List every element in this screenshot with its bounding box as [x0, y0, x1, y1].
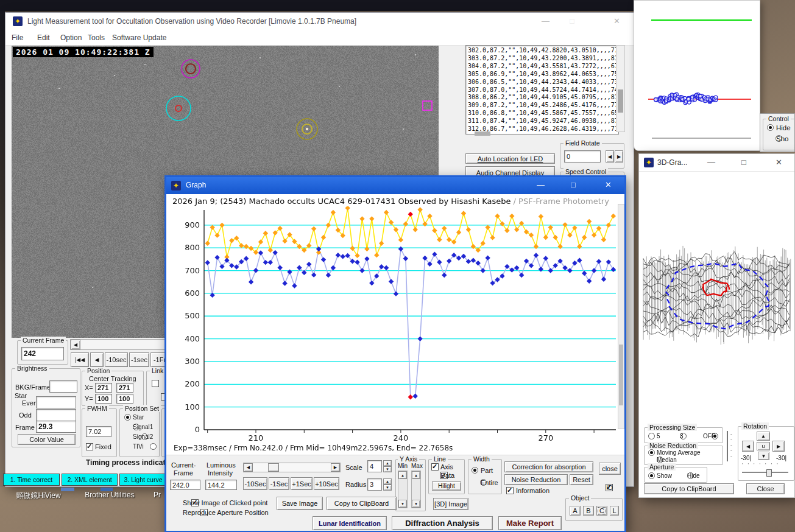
menu-edit[interactable]: Edit	[37, 33, 50, 42]
luminous-intensity-field[interactable]: 144.2	[205, 480, 237, 490]
moving-average-radio[interactable]	[648, 449, 655, 456]
rotate-u-button[interactable]: u	[757, 442, 770, 450]
rotation-slider-thumb[interactable]	[766, 469, 772, 477]
graph-close-button[interactable]: ✕	[605, 180, 612, 189]
frame-scrollbar-left-arrow[interactable]: ◀	[71, 340, 80, 349]
chart-vscrollbar[interactable]	[618, 204, 624, 429]
x-tracking-field[interactable]: 271	[116, 383, 133, 393]
y-min-scrollbar[interactable]: ▲ ▼	[398, 471, 408, 508]
line-axis-checkbox[interactable]	[431, 463, 439, 471]
minus-10sec-button[interactable]: -10sec	[105, 352, 128, 367]
main-title-bar[interactable]: ✦ Light Measurement tool for Occultation…	[5, 13, 634, 30]
radius-field[interactable]: 3	[367, 478, 382, 491]
graph-hscrollbar[interactable]: ◀ ▶	[243, 463, 341, 472]
vscroll-thumb[interactable]	[618, 89, 623, 113]
information-checkbox[interactable]	[506, 487, 514, 494]
field-rotate-input[interactable]: 0	[564, 150, 601, 163]
graph3d-maximize-button[interactable]: □	[741, 158, 746, 167]
graph-hscroll-right[interactable]: ▶	[331, 463, 340, 472]
noise-reduction-button[interactable]: Noise Reduction	[504, 474, 568, 485]
graph-title-bar[interactable]: ✦ Graph — □ ✕	[166, 177, 624, 194]
minus-10sec-graph-button[interactable]: -10Sec	[243, 477, 267, 490]
object-l-button[interactable]: L	[610, 506, 619, 516]
copy-clipboard-button[interactable]: Copy to ClipBoard	[327, 497, 397, 510]
diffraction-analysis-button[interactable]: Diffraction Analysis	[392, 516, 493, 530]
size-5-radio[interactable]	[648, 433, 655, 439]
data-list-vscrollbar[interactable]	[616, 45, 625, 132]
auto-location-led-button[interactable]: Auto Location for LED	[465, 153, 555, 164]
aperture-show-radio[interactable]	[648, 472, 655, 479]
menu-option[interactable]: Option	[60, 33, 82, 42]
timing-step-3[interactable]: 3. Light curve	[119, 474, 167, 486]
menu-file[interactable]: File	[12, 33, 23, 42]
field-rotate-left-button[interactable]: ◀	[606, 150, 614, 163]
hide-radio[interactable]	[767, 124, 774, 131]
scale-field[interactable]: 4	[367, 460, 382, 472]
position-set-tivi-radio[interactable]	[150, 443, 157, 450]
timing-step-2[interactable]: 2. XML element	[62, 474, 118, 486]
graph3d-minimize-button[interactable]: —	[707, 158, 715, 167]
minus-1sec-graph-button[interactable]: -1Sec	[269, 477, 289, 490]
copy-clipboard-3d-button[interactable]: Copy to ClipBoard	[644, 483, 734, 494]
maximize-button[interactable]: □	[570, 16, 574, 26]
close-graph-button[interactable]: close	[599, 463, 621, 475]
object-a-button[interactable]: A	[570, 506, 581, 516]
data-list-hscroll-thumb[interactable]	[475, 131, 490, 136]
link-checkbox-1[interactable]	[152, 380, 159, 387]
graph-hscroll-thumb[interactable]	[268, 463, 279, 472]
graph3d-title-bar[interactable]: ✦ 3D-Gra... — □ ✕	[639, 154, 794, 172]
rotate-down-button[interactable]: ▼	[758, 452, 769, 460]
save-image-button[interactable]: Save Image	[277, 497, 323, 510]
close-button[interactable]: ✕	[613, 16, 620, 26]
graph-maximize-button[interactable]: □	[571, 180, 576, 189]
color-value-button[interactable]: Color Value	[18, 434, 76, 445]
fwhm-field[interactable]: 7.02	[86, 426, 111, 437]
menu-tools[interactable]: Tools	[88, 33, 105, 42]
chart-vscroll-thumb[interactable]	[619, 345, 623, 405]
even-field[interactable]	[36, 396, 76, 408]
graph-minimize-button[interactable]: —	[537, 180, 545, 189]
desktop-icon-brother[interactable]: Brother Utilities	[79, 491, 140, 499]
frame-brightness-field[interactable]: 29.3	[36, 421, 76, 433]
reset-button[interactable]: Reset	[570, 474, 593, 485]
bkg-frame-field[interactable]	[49, 380, 77, 393]
elevation-slider[interactable]: -----	[727, 431, 735, 461]
radius-spinner[interactable]: ▲▼	[383, 478, 392, 491]
rewind-button[interactable]: |◀◀	[71, 352, 89, 367]
timing-step-1[interactable]: 1. Time correct	[3, 474, 60, 486]
rotation-slider[interactable]	[742, 469, 788, 475]
frame-scrollbar[interactable]: ◀	[70, 339, 165, 350]
current-frame-value-field[interactable]: 242	[21, 347, 64, 360]
hilight-button[interactable]: Hilight	[432, 481, 461, 491]
y-max-scrollbar[interactable]: ▲ ▼	[411, 471, 421, 508]
close-3d-button[interactable]: Close	[746, 483, 785, 494]
fwhm-fixed-checkbox[interactable]	[86, 443, 93, 450]
width-part-radio[interactable]	[472, 467, 478, 474]
step-back-button[interactable]: ◀	[90, 352, 104, 367]
minimize-button[interactable]: —	[542, 16, 549, 26]
plus-1sec-graph-button[interactable]: +1Sec	[291, 477, 313, 490]
light-curve-chart[interactable]: 2102402700100200300400500600700800900	[169, 206, 620, 444]
graph-current-frame-field[interactable]: 242.0	[170, 480, 200, 490]
graph3d-close-button[interactable]: ✕	[776, 158, 782, 167]
desktop-icon-hiview[interactable]: 顕微鏡HiView	[11, 491, 66, 501]
desktop-icon-pr[interactable]: Pr	[154, 491, 161, 499]
x-center-field[interactable]: 271	[95, 383, 112, 393]
image-3d-button[interactable]: [3D] Image	[433, 498, 468, 510]
plus-10sec-graph-button[interactable]: +10Sec	[314, 477, 339, 490]
y-tracking-field[interactable]: 100	[116, 394, 133, 404]
object-c-button[interactable]: C	[596, 506, 607, 516]
field-rotate-right-button[interactable]: ▶	[615, 150, 623, 163]
menu-software-update[interactable]: Software Update	[112, 33, 166, 42]
odd-field[interactable]	[36, 409, 76, 421]
correction-absorption-button[interactable]: Correction for absorption	[504, 461, 593, 472]
measurement-data-list[interactable]: 302.0,87.2,"",10,49,42.8820,43.0510,,,,7…	[465, 45, 619, 135]
rotate-up-button[interactable]: ▲	[757, 432, 770, 441]
object-b-button[interactable]: B	[583, 506, 594, 516]
rotate-left-button[interactable]: ◀	[742, 441, 754, 452]
scale-spinner[interactable]: ▲▼	[383, 460, 392, 472]
y-center-field[interactable]: 100	[95, 394, 112, 404]
rotate-right-button[interactable]: ▶	[772, 441, 785, 452]
lunar-identification-button[interactable]: Lunar Identification	[313, 516, 387, 530]
position-set-star-radio[interactable]	[124, 414, 131, 421]
